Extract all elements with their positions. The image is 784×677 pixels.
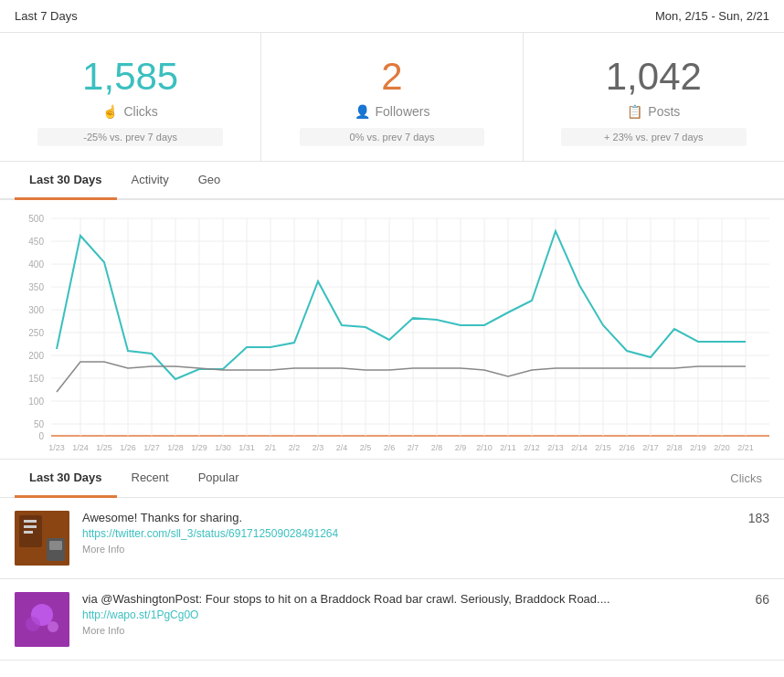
tab-last30[interactable]: Last 30 Days [15, 162, 117, 200]
svg-text:2/8: 2/8 [431, 443, 443, 452]
clicks-comparison: -25% vs. prev 7 days [37, 128, 223, 146]
svg-text:150: 150 [28, 374, 44, 384]
svg-text:2/1: 2/1 [265, 443, 277, 452]
svg-text:2/10: 2/10 [476, 443, 493, 452]
svg-text:1/25: 1/25 [96, 443, 112, 452]
stat-clicks: 1,585 ☝ Clicks -25% vs. prev 7 days [0, 33, 261, 161]
chart-area: 500 450 400 350 300 250 200 150 100 50 0 [0, 200, 784, 460]
svg-text:450: 450 [28, 237, 44, 247]
svg-text:2/18: 2/18 [666, 443, 683, 452]
svg-text:0: 0 [38, 431, 44, 441]
svg-text:1/27: 1/27 [143, 443, 160, 452]
top-bar: Last 7 Days Mon, 2/15 - Sun, 2/21 [0, 0, 784, 33]
svg-text:500: 500 [28, 214, 44, 224]
svg-text:2/5: 2/5 [360, 443, 372, 452]
clicks-value: 1,585 [15, 55, 246, 99]
svg-text:2/6: 2/6 [384, 443, 396, 452]
more-info-1[interactable]: More Info [82, 544, 720, 555]
more-info-2[interactable]: More Info [82, 625, 720, 636]
activity-tab-popular[interactable]: Popular [184, 460, 254, 498]
clicks-icon: ☝ [102, 104, 118, 119]
activity-clicks-1: 183 [733, 511, 769, 525]
svg-rect-85 [24, 531, 33, 534]
svg-text:2/15: 2/15 [595, 443, 611, 452]
svg-text:2/7: 2/7 [408, 443, 419, 452]
svg-text:1/26: 1/26 [120, 443, 136, 452]
svg-text:50: 50 [34, 419, 45, 429]
posts-value: 1,042 [538, 55, 769, 99]
svg-text:1/29: 1/29 [191, 443, 207, 452]
svg-text:2/9: 2/9 [455, 443, 467, 452]
date-range: Mon, 2/15 - Sun, 2/21 [655, 9, 769, 23]
followers-label: 👤 Followers [276, 104, 507, 119]
activity-tab-last30[interactable]: Last 30 Days [15, 460, 117, 498]
followers-comparison: 0% vs. prev 7 days [300, 128, 485, 146]
svg-text:2/12: 2/12 [524, 443, 540, 452]
svg-rect-83 [24, 520, 37, 523]
svg-text:2/2: 2/2 [289, 443, 301, 452]
posts-label: 📋 Posts [538, 104, 769, 119]
stat-followers: 2 👤 Followers 0% vs. prev 7 days [261, 33, 523, 161]
clicks-label: ☝ Clicks [15, 104, 246, 119]
svg-text:250: 250 [28, 328, 44, 338]
svg-point-90 [26, 617, 40, 631]
activity-title-1: Awesome! Thanks for sharing. [82, 511, 720, 524]
activity-tab-bar: Last 30 Days Recent Popular Clicks [0, 460, 784, 498]
chart-tab-bar: Last 30 Days Activity Geo [0, 162, 784, 200]
svg-text:100: 100 [28, 397, 44, 407]
svg-text:350: 350 [28, 282, 44, 292]
activity-item: via @WashingtonPost: Four stops to hit o… [0, 579, 784, 661]
line-chart: 500 450 400 350 300 250 200 150 100 50 0 [15, 209, 769, 456]
posts-comparison: + 23% vs. prev 7 days [561, 128, 747, 146]
svg-text:300: 300 [28, 305, 44, 315]
activity-section: Last 30 Days Recent Popular Clicks Aweso… [0, 460, 784, 661]
stat-posts: 1,042 📋 Posts + 23% vs. prev 7 days [524, 33, 784, 161]
activity-item: Awesome! Thanks for sharing. https://twi… [0, 498, 784, 579]
followers-value: 2 [276, 55, 507, 99]
svg-text:2/20: 2/20 [714, 443, 730, 452]
svg-text:2/4: 2/4 [336, 443, 348, 452]
tab-geo[interactable]: Geo [184, 162, 236, 200]
svg-text:2/14: 2/14 [571, 443, 588, 452]
activity-link-1[interactable]: https://twitter.com/sll_3/status/6917125… [82, 527, 720, 540]
svg-text:2/19: 2/19 [690, 443, 706, 452]
svg-text:1/24: 1/24 [72, 443, 89, 452]
clicks-column-label: Clicks [730, 471, 769, 485]
svg-text:400: 400 [28, 259, 44, 270]
svg-text:1/23: 1/23 [48, 443, 65, 452]
stats-row: 1,585 ☝ Clicks -25% vs. prev 7 days 2 👤 … [0, 33, 784, 162]
posts-icon: 📋 [627, 104, 642, 119]
activity-title-2: via @WashingtonPost: Four stops to hit o… [82, 592, 720, 606]
svg-text:200: 200 [28, 351, 44, 361]
svg-point-91 [48, 621, 58, 632]
svg-rect-84 [24, 525, 37, 528]
svg-text:1/31: 1/31 [238, 443, 255, 452]
activity-clicks-2: 66 [733, 592, 769, 607]
activity-tab-recent[interactable]: Recent [117, 460, 184, 498]
svg-text:2/21: 2/21 [737, 443, 754, 452]
svg-text:2/13: 2/13 [547, 443, 564, 452]
svg-text:1/28: 1/28 [167, 443, 184, 452]
activity-thumb-2 [15, 592, 69, 647]
svg-text:1/30: 1/30 [215, 443, 231, 452]
activity-content-1: Awesome! Thanks for sharing. https://twi… [82, 511, 720, 555]
svg-text:2/17: 2/17 [642, 443, 659, 452]
period-label: Last 7 Days [15, 9, 78, 23]
activity-thumb-1 [15, 511, 69, 566]
activity-content-2: via @WashingtonPost: Four stops to hit o… [82, 592, 720, 636]
tab-activity[interactable]: Activity [117, 162, 184, 200]
svg-text:2/3: 2/3 [313, 443, 324, 452]
activity-link-2[interactable]: http://wapo.st/1PgCg0O [82, 608, 720, 621]
svg-text:2/11: 2/11 [500, 443, 516, 452]
svg-rect-87 [49, 541, 62, 550]
followers-icon: 👤 [355, 104, 370, 119]
svg-text:2/16: 2/16 [619, 443, 635, 452]
